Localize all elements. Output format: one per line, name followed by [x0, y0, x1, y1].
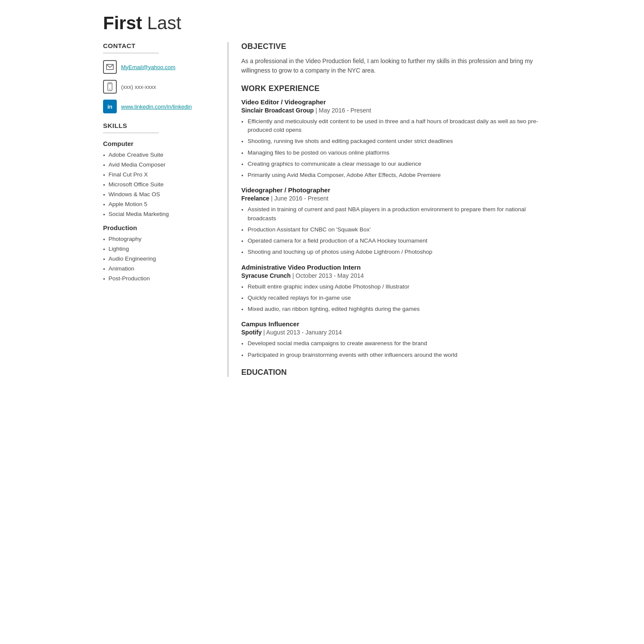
svg-point-2 [109, 89, 110, 90]
skill-item: Post-Production [103, 275, 219, 282]
job-company: Spotify | August 2013 - January 2014 [241, 329, 541, 336]
phone-text: (xxx) xxx-xxxx [121, 84, 156, 90]
objective-title: OBJECTIVE [241, 42, 541, 51]
job-bullet: Participated in group brainstorming even… [241, 351, 541, 359]
page-header: First Last [103, 13, 541, 33]
skill-item: Windows & Mac OS [103, 191, 219, 197]
job-bullet: Rebuilt entire graphic index using Adobe… [241, 283, 541, 291]
skill-item: Social Media Marketing [103, 211, 219, 217]
job-entry: Video Editor / VideographerSinclair Broa… [241, 98, 541, 180]
job-title: Videographer / Photographer [241, 186, 541, 194]
education-section: EDUCATION [241, 368, 541, 377]
job-bullet: Shooting, running live shots and editing… [241, 137, 541, 146]
job-bullets: Assisted in training of current and past… [241, 205, 541, 256]
job-title: Administrative Video Production Intern [241, 264, 541, 271]
skill-item: Audio Engineering [103, 255, 219, 262]
job-entry: Administrative Video Production InternSy… [241, 264, 541, 314]
main-content: OBJECTIVE As a professional in the Video… [228, 42, 541, 377]
objective-section: OBJECTIVE As a professional in the Video… [241, 42, 541, 76]
job-bullet: Creating graphics to communicate a clear… [241, 160, 541, 168]
phone-svg [106, 82, 113, 91]
skill-item: Avid Media Composer [103, 161, 219, 168]
contact-section: CONTACT MyEmail@yahoo.com [103, 42, 219, 113]
job-title: Campus Influencer [241, 320, 541, 328]
job-entry: Campus InfluencerSpotify | August 2013 -… [241, 320, 541, 359]
production-skills-title: Production [103, 224, 219, 231]
education-title: EDUCATION [241, 368, 541, 377]
full-name: First Last [103, 13, 541, 33]
work-experience-section: WORK EXPERIENCE Video Editor / Videograp… [241, 84, 541, 359]
job-title: Video Editor / Videographer [241, 98, 541, 106]
skill-item: Microsoft Office Suite [103, 181, 219, 188]
sidebar: CONTACT MyEmail@yahoo.com [103, 42, 228, 377]
contact-divider [103, 53, 159, 53]
job-bullet: Efficiently and meticulously edit conten… [241, 117, 541, 135]
linkedin-icon-text: in [107, 103, 112, 110]
main-layout: CONTACT MyEmail@yahoo.com [103, 42, 541, 377]
work-experience-title: WORK EXPERIENCE [241, 84, 541, 93]
email-link[interactable]: MyEmail@yahoo.com [121, 64, 176, 70]
linkedin-icon: in [103, 100, 117, 113]
contact-title: CONTACT [103, 42, 219, 49]
email-icon [103, 60, 117, 74]
job-bullet: Operated camera for a field production o… [241, 237, 541, 245]
job-bullet: Shooting and touching up of photos using… [241, 248, 541, 256]
phone-item: (xxx) xxx-xxxx [103, 80, 219, 94]
email-item: MyEmail@yahoo.com [103, 60, 219, 74]
job-bullet: Primarily using Avid Media Composer, Ado… [241, 171, 541, 179]
job-bullets: Rebuilt entire graphic index using Adobe… [241, 283, 541, 314]
first-name: First [103, 13, 142, 33]
computer-skills-list: Adobe Creative SuiteAvid Media ComposerF… [103, 152, 219, 217]
job-bullet: Managing files to be posted on various o… [241, 149, 541, 157]
skills-title: SKILLS [103, 122, 219, 129]
linkedin-link[interactable]: www.linkedin.com/in/linkedin [121, 103, 192, 110]
linkedin-item: in www.linkedin.com/in/linkedin [103, 100, 219, 113]
skill-item: Animation [103, 265, 219, 272]
job-bullet: Mixed audio, ran ribbon lighting, edited… [241, 305, 541, 313]
production-skills-list: PhotographyLightingAudio EngineeringAnim… [103, 236, 219, 282]
job-bullet: Assisted in training of current and past… [241, 205, 541, 223]
job-bullet: Production Assistant for CNBC on 'Squawk… [241, 225, 541, 234]
skills-divider [103, 133, 159, 133]
skill-item: Adobe Creative Suite [103, 152, 219, 158]
skills-section: SKILLS Computer Adobe Creative SuiteAvid… [103, 122, 219, 282]
job-company: Freelance | June 2016 - Present [241, 195, 541, 202]
phone-icon [103, 80, 117, 94]
objective-text: As a professional in the Video Productio… [241, 56, 541, 76]
skill-item: Apple Motion 5 [103, 201, 219, 207]
skill-item: Lighting [103, 246, 219, 252]
job-entry: Videographer / PhotographerFreelance | J… [241, 186, 541, 256]
computer-skills-title: Computer [103, 140, 219, 147]
last-name: Last [142, 13, 181, 33]
job-bullets: Efficiently and meticulously edit conten… [241, 117, 541, 180]
job-company: Syracuse Crunch | October 2013 - May 201… [241, 272, 541, 279]
job-bullet: Quickly recalled replays for in-game use [241, 294, 541, 302]
jobs-container: Video Editor / VideographerSinclair Broa… [241, 98, 541, 359]
job-company: Sinclair Broadcast Group | May 2016 - Pr… [241, 107, 541, 114]
skill-item: Final Cut Pro X [103, 171, 219, 178]
job-bullet: Developed social media campaigns to crea… [241, 339, 541, 348]
job-bullets: Developed social media campaigns to crea… [241, 339, 541, 359]
email-svg [106, 64, 114, 70]
skill-item: Photography [103, 236, 219, 242]
